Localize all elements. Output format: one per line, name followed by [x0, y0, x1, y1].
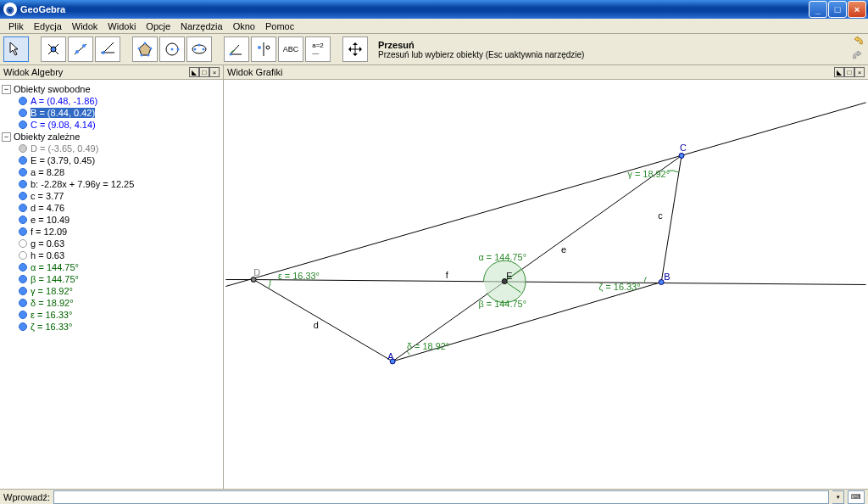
menu-tools[interactable]: Narzędzia: [175, 20, 228, 33]
minimize-button[interactable]: _: [809, 1, 827, 18]
tree-item-h[interactable]: h = 0.63: [2, 249, 221, 261]
tree-dependent-objects[interactable]: −Obiekty zależne: [2, 131, 221, 143]
redo-icon[interactable]: [851, 50, 865, 64]
tool-perpendicular[interactable]: [95, 36, 120, 62]
command-input[interactable]: [53, 490, 829, 504]
svg-line-28: [225, 103, 865, 287]
input-bar: Wprowadź: ▾ ⌨: [0, 489, 868, 504]
visibility-dot-icon[interactable]: [19, 216, 27, 224]
visibility-dot-icon[interactable]: [19, 251, 27, 260]
menu-help[interactable]: Pomoc: [260, 20, 299, 33]
tree-item-A[interactable]: A = (0.48, -1.86): [2, 95, 221, 107]
tool-circle[interactable]: [159, 36, 185, 62]
input-help-button[interactable]: ⌨: [848, 490, 865, 504]
tree-item-C[interactable]: C = (9.08, 4.14): [2, 119, 221, 131]
svg-point-2: [51, 47, 56, 52]
input-label: Wprowadź:: [3, 492, 50, 502]
menu-options[interactable]: Opcje: [141, 20, 175, 33]
tool-point[interactable]: [41, 36, 66, 62]
visibility-dot-icon[interactable]: [19, 239, 27, 248]
visibility-dot-icon[interactable]: [19, 263, 27, 272]
tree-item-delta[interactable]: δ = 18.92°: [2, 297, 221, 309]
tree-item-B[interactable]: B = (8.44, 0.42): [2, 107, 221, 119]
visibility-dot-icon[interactable]: [19, 311, 27, 319]
maximize-button[interactable]: □: [828, 1, 847, 18]
window-title: GeoGebra: [20, 4, 65, 14]
tool-move-view[interactable]: [342, 36, 368, 62]
svg-point-20: [203, 48, 205, 51]
tree-free-objects[interactable]: −Obiekty swobodne: [2, 83, 221, 95]
algebra-tree[interactable]: −Obiekty swobodne A = (0.48, -1.86) B = …: [0, 80, 223, 489]
visibility-dot-icon[interactable]: [19, 120, 27, 129]
tool-conic[interactable]: [186, 36, 212, 62]
tree-item-c[interactable]: c = 3.77: [2, 190, 221, 202]
visibility-dot-icon[interactable]: [19, 168, 27, 176]
tool-desc-text: Przesuń lub wybierz obiekty (Esc uaktywn…: [378, 50, 849, 59]
tree-item-f[interactable]: f = 12.09: [2, 226, 221, 238]
tool-slider[interactable]: a=2—: [305, 36, 331, 62]
visibility-dot-icon[interactable]: [19, 109, 27, 117]
tool-text[interactable]: ABC: [278, 36, 303, 62]
graphics-panel-win-icon[interactable]: □: [844, 67, 854, 77]
visibility-dot-icon[interactable]: [19, 275, 27, 283]
algebra-panel-tri-icon[interactable]: ◣: [189, 67, 199, 77]
svg-line-31: [253, 280, 392, 361]
svg-text:B: B: [664, 272, 670, 282]
tree-item-b[interactable]: b: -2.28x + 7.96y = 12.25: [2, 178, 221, 190]
tool-description: Przesuń Przesuń lub wybierz obiekty (Esc…: [370, 40, 849, 59]
visibility-dot-icon[interactable]: [19, 192, 27, 200]
visibility-dot-icon[interactable]: [19, 97, 27, 105]
visibility-dot-icon[interactable]: [19, 299, 27, 307]
algebra-panel-header: Widok Algebry ◣ □ ×: [0, 65, 223, 80]
tool-polygon[interactable]: [132, 36, 158, 62]
tree-item-zeta[interactable]: ζ = 16.33°: [2, 321, 221, 333]
svg-line-32: [392, 155, 682, 361]
visibility-dot-icon[interactable]: [19, 227, 27, 236]
svg-text:e: e: [561, 244, 566, 255]
menu-file[interactable]: Plik: [3, 20, 29, 33]
tree-item-eps[interactable]: ε = 16.33°: [2, 309, 221, 321]
tool-angle[interactable]: [224, 36, 249, 62]
tree-item-g[interactable]: g = 0.63: [2, 238, 221, 249]
toolbar: ABC a=2— Przesuń Przesuń lub wybierz obi…: [0, 34, 868, 65]
tree-item-d[interactable]: d = 4.76: [2, 202, 221, 214]
svg-text:A: A: [387, 351, 394, 361]
graphics-canvas[interactable]: D A B C E c d e f α = 144.75° β = 144.75…: [224, 80, 868, 489]
tree-item-alpha[interactable]: α = 144.75°: [2, 261, 221, 273]
visibility-dot-icon[interactable]: [19, 144, 27, 153]
visibility-dot-icon[interactable]: [19, 322, 27, 331]
tree-item-e[interactable]: e = 10.49: [2, 214, 221, 226]
svg-point-19: [194, 48, 197, 51]
tree-item-E[interactable]: E = (3.79, 0.45): [2, 154, 221, 166]
svg-text:δ = 18.92°: δ = 18.92°: [407, 341, 449, 351]
svg-point-16: [171, 48, 174, 51]
tool-line[interactable]: [68, 36, 93, 62]
graphics-panel-tri-icon[interactable]: ◣: [834, 67, 844, 77]
close-button[interactable]: ×: [848, 1, 866, 18]
svg-marker-9: [139, 43, 151, 55]
undo-icon[interactable]: [851, 36, 865, 49]
svg-text:E: E: [506, 271, 512, 281]
input-dropdown-icon[interactable]: ▾: [832, 490, 844, 504]
menu-edit[interactable]: Edycja: [29, 20, 67, 33]
tool-reflect[interactable]: [251, 36, 276, 62]
svg-point-21: [198, 44, 201, 47]
svg-point-22: [230, 53, 232, 56]
svg-text:c: c: [658, 210, 663, 221]
tree-item-gamma[interactable]: γ = 18.92°: [2, 285, 221, 297]
menu-views[interactable]: Widoki: [103, 20, 141, 33]
visibility-dot-icon[interactable]: [19, 180, 27, 188]
tree-item-a[interactable]: a = 8.28: [2, 166, 221, 178]
svg-text:γ = 18.92°: γ = 18.92°: [627, 169, 670, 179]
visibility-dot-icon[interactable]: [19, 287, 27, 295]
tool-move[interactable]: [3, 36, 29, 62]
algebra-panel-win-icon[interactable]: □: [199, 67, 209, 77]
tree-item-D[interactable]: D = (-3.65, 0.49): [2, 143, 221, 154]
graphics-panel-close-icon[interactable]: ×: [854, 67, 865, 77]
menu-view[interactable]: Widok: [67, 20, 103, 33]
tree-item-beta[interactable]: β = 144.75°: [2, 273, 221, 285]
visibility-dot-icon[interactable]: [19, 156, 27, 165]
visibility-dot-icon[interactable]: [19, 204, 27, 212]
algebra-panel-close-icon[interactable]: ×: [209, 67, 220, 77]
menu-window[interactable]: Okno: [228, 20, 260, 33]
